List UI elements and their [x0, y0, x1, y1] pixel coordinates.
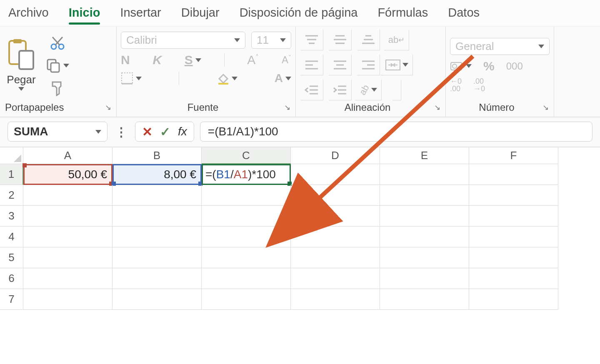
accounting-format-button[interactable] [450, 61, 472, 72]
align-right-button[interactable] [357, 55, 380, 75]
italic-button[interactable]: K [152, 53, 162, 67]
cell-c6[interactable] [202, 268, 291, 289]
cell-d5[interactable] [291, 247, 380, 268]
grow-font-button[interactable]: A˄ [247, 53, 259, 67]
increase-indent-button[interactable] [329, 80, 352, 100]
formula-input[interactable]: =(B1/A1)*100 [200, 122, 592, 142]
chevron-down-icon[interactable] [466, 64, 472, 68]
cell-e4[interactable] [380, 227, 469, 247]
cell-c1[interactable]: =(B1/A1)*100 [202, 164, 291, 185]
cell-b1[interactable]: 8,00 € [112, 164, 202, 185]
chevron-down-icon[interactable] [95, 130, 101, 134]
cell-b2[interactable] [112, 185, 202, 206]
row-header-1[interactable]: 1 [0, 164, 23, 185]
cell-b4[interactable] [112, 227, 202, 247]
cell-f2[interactable] [469, 185, 558, 206]
font-size-select[interactable]: 11 [251, 32, 291, 49]
tab-inicio[interactable]: Inicio [69, 5, 100, 23]
copy-button[interactable] [46, 58, 61, 73]
chevron-down-icon[interactable] [232, 77, 238, 80]
cell-c7[interactable] [202, 289, 291, 310]
chevron-down-icon[interactable] [195, 58, 201, 62]
cell-f4[interactable] [469, 227, 558, 247]
cell-a5[interactable] [23, 247, 112, 268]
cell-e3[interactable] [380, 206, 469, 227]
cell-e6[interactable] [380, 268, 469, 289]
cell-f3[interactable] [469, 206, 558, 227]
format-painter-button[interactable] [50, 80, 65, 96]
align-center-button[interactable] [329, 55, 352, 75]
orientation-button[interactable]: ab [355, 80, 381, 100]
cell-f7[interactable] [469, 289, 558, 310]
row-header-3[interactable]: 3 [0, 206, 23, 227]
tab-archivo[interactable]: Archivo [8, 5, 49, 23]
cell-e7[interactable] [380, 289, 469, 310]
cell-f1[interactable] [469, 164, 558, 185]
tab-datos[interactable]: Datos [448, 5, 480, 23]
cell-d7[interactable] [291, 289, 380, 310]
cell-d2[interactable] [291, 185, 380, 206]
col-header-a[interactable]: A [23, 147, 112, 164]
cut-button[interactable] [50, 35, 65, 50]
row-header-5[interactable]: 5 [0, 247, 23, 268]
cell-b7[interactable] [112, 289, 202, 310]
chevron-down-icon[interactable] [136, 77, 142, 80]
cell-c5[interactable] [202, 247, 291, 268]
cell-e1[interactable] [380, 164, 469, 185]
increase-decimal-button[interactable]: .00→0 [473, 77, 485, 92]
col-header-c[interactable]: C [202, 147, 291, 164]
align-top-button[interactable] [300, 30, 323, 50]
comma-format-button[interactable]: 000 [506, 60, 523, 72]
dialog-launcher-icon[interactable]: ↘ [434, 103, 440, 112]
col-header-f[interactable]: F [469, 147, 558, 164]
row-header-7[interactable]: 7 [0, 289, 23, 310]
cell-a3[interactable] [23, 206, 112, 227]
merge-cells-button[interactable] [381, 55, 413, 75]
wrap-text-button[interactable]: ab↵ [384, 30, 409, 50]
cell-a6[interactable] [23, 268, 112, 289]
dialog-launcher-icon[interactable]: ↘ [542, 103, 549, 112]
insert-function-button[interactable]: fx [178, 125, 187, 138]
cell-c2[interactable] [202, 185, 291, 206]
cell-c3[interactable] [202, 206, 291, 227]
cell-a2[interactable] [23, 185, 112, 206]
cell-c4[interactable] [202, 227, 291, 247]
cell-d1[interactable] [291, 164, 380, 185]
chevron-down-icon[interactable] [285, 77, 291, 80]
decrease-indent-button[interactable] [300, 80, 323, 100]
tab-insertar[interactable]: Insertar [120, 5, 161, 23]
chevron-down-icon[interactable] [402, 63, 408, 67]
cell-f5[interactable] [469, 247, 558, 268]
number-format-select[interactable]: General [450, 38, 550, 55]
select-all-corner[interactable] [0, 147, 23, 164]
cell-b5[interactable] [112, 247, 202, 268]
bold-button[interactable]: N [121, 53, 130, 67]
cell-b6[interactable] [112, 268, 202, 289]
name-box[interactable]: SUMA [8, 122, 108, 142]
dialog-launcher-icon[interactable]: ↘ [105, 103, 111, 112]
cell-f6[interactable] [469, 268, 558, 289]
borders-button[interactable] [121, 72, 142, 85]
dialog-launcher-icon[interactable]: ↘ [284, 103, 290, 112]
font-color-button[interactable]: A [275, 72, 291, 85]
font-name-select[interactable]: Calibri [121, 32, 245, 49]
decrease-decimal-button[interactable]: ←0.00 [450, 77, 462, 92]
tab-formulas[interactable]: Fórmulas [378, 5, 428, 23]
align-left-button[interactable] [300, 55, 323, 75]
chevron-down-icon[interactable] [371, 88, 377, 92]
chevron-down-icon[interactable] [63, 64, 69, 67]
spreadsheet-grid[interactable]: A B C D E F 1 50,00 € 8,00 € =(B1/A1)*10… [0, 147, 600, 310]
cell-a4[interactable] [23, 227, 112, 247]
enter-formula-button[interactable]: ✓ [160, 125, 170, 139]
cell-d3[interactable] [291, 206, 380, 227]
percent-format-button[interactable]: % [483, 59, 495, 73]
col-header-b[interactable]: B [112, 147, 202, 164]
cell-b3[interactable] [112, 206, 202, 227]
fill-color-button[interactable] [217, 72, 238, 85]
row-header-2[interactable]: 2 [0, 185, 23, 206]
tab-dibujar[interactable]: Dibujar [181, 5, 220, 23]
shrink-font-button[interactable]: A˅ [282, 54, 291, 66]
row-header-4[interactable]: 4 [0, 227, 23, 247]
cell-e5[interactable] [380, 247, 469, 268]
paste-button[interactable] [7, 39, 36, 72]
